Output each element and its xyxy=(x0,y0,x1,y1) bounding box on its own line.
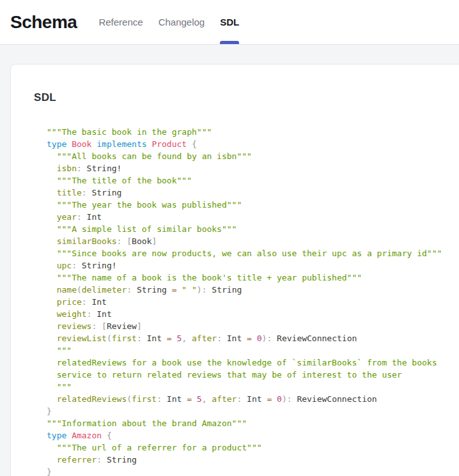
sdl-code: """The basic book in the graph"""type Bo… xyxy=(47,126,459,476)
tab-changelog[interactable]: Changelog xyxy=(159,0,205,44)
code-line: relatedReviews for a book use the knowle… xyxy=(47,357,459,369)
code-line: weight: Int xyxy=(47,308,459,320)
content-area: SDL """The basic book in the graph"""typ… xyxy=(0,45,459,476)
code-line: reviewList(first: Int = 5, after: Int = … xyxy=(47,332,459,344)
code-line: """The name of a book is the book's titl… xyxy=(47,272,459,284)
code-line: relatedReviews(first: Int = 5, after: In… xyxy=(47,393,459,405)
code-line: year: Int xyxy=(47,211,459,223)
tab-changelog-label: Changelog xyxy=(159,17,205,27)
code-line: """The basic book in the graph""" xyxy=(47,126,459,138)
code-line: upc: String! xyxy=(47,259,459,272)
tab-reference[interactable]: Reference xyxy=(98,0,143,44)
code-line: service to return related reviews that m… xyxy=(47,369,459,381)
code-line: """Since books are now products, we can … xyxy=(47,247,459,259)
code-line: """All books can be found by an isbn""" xyxy=(47,150,459,162)
page-title: Schema xyxy=(10,12,77,33)
sdl-card: SDL """The basic book in the graph"""typ… xyxy=(10,64,459,476)
sdl-card-heading: SDL xyxy=(34,91,459,104)
tab-sdl-label: SDL xyxy=(220,17,239,27)
code-line: price: Int xyxy=(47,296,459,308)
code-line: """ xyxy=(47,381,459,393)
code-line: } xyxy=(47,405,459,417)
code-line: """The year the book was published""" xyxy=(47,199,459,211)
code-line: """The title of the book""" xyxy=(47,174,459,187)
code-line: """The url of a referrer for a product""… xyxy=(47,441,459,454)
code-line: type Book implements Product { xyxy=(47,138,459,150)
code-line: isbn: String! xyxy=(47,162,459,174)
code-line: title: String xyxy=(47,187,459,199)
code-line: referrer: String xyxy=(47,454,459,466)
code-line: reviews: [Review] xyxy=(47,320,459,332)
code-line: type Amazon { xyxy=(47,429,459,441)
code-line: """ xyxy=(47,344,459,357)
active-tab-indicator xyxy=(220,41,239,44)
page-header: Schema Reference Changelog SDL xyxy=(0,0,459,45)
code-line: """Information about the brand Amazon""" xyxy=(47,417,459,429)
code-line: similarBooks: [Book] xyxy=(47,235,459,247)
schema-tabs: Reference Changelog SDL xyxy=(98,0,239,44)
tab-reference-label: Reference xyxy=(98,17,143,27)
code-line: """A simple list of similar books""" xyxy=(47,223,459,235)
code-line: name(delimeter: String = " "): String xyxy=(47,284,459,296)
code-line: } xyxy=(47,466,459,476)
tab-sdl[interactable]: SDL xyxy=(220,0,239,44)
